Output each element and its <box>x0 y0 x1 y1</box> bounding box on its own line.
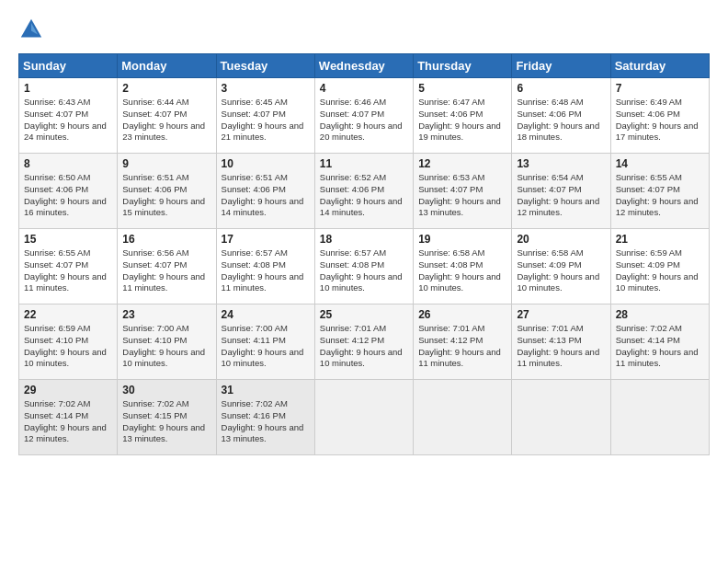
day-info: Sunrise: 6:47 AMSunset: 4:06 PMDaylight:… <box>418 97 506 144</box>
day-number: 17 <box>222 233 310 246</box>
weekday-header-friday: Friday <box>512 54 610 78</box>
calendar-cell <box>414 380 512 455</box>
calendar-cell: 25Sunrise: 7:01 AMSunset: 4:12 PMDayligh… <box>314 304 413 380</box>
day-number: 21 <box>616 233 704 246</box>
weekday-header-wednesday: Wednesday <box>314 54 413 78</box>
calendar-week-row: 29Sunrise: 7:02 AMSunset: 4:14 PMDayligh… <box>19 380 710 455</box>
day-info: Sunrise: 6:57 AMSunset: 4:08 PMDaylight:… <box>320 247 408 294</box>
calendar-cell: 28Sunrise: 7:02 AMSunset: 4:14 PMDayligh… <box>610 304 709 380</box>
day-info: Sunrise: 6:44 AMSunset: 4:07 PMDaylight:… <box>122 97 210 144</box>
weekday-header-monday: Monday <box>118 54 216 78</box>
calendar-cell: 8Sunrise: 6:50 AMSunset: 4:06 PMDaylight… <box>19 154 118 229</box>
calendar-cell: 29Sunrise: 7:02 AMSunset: 4:14 PMDayligh… <box>19 380 118 455</box>
day-info: Sunrise: 6:53 AMSunset: 4:07 PMDaylight:… <box>418 172 506 219</box>
day-info: Sunrise: 7:01 AMSunset: 4:12 PMDaylight:… <box>320 323 408 370</box>
calendar-week-row: 1Sunrise: 6:43 AMSunset: 4:07 PMDaylight… <box>19 78 710 154</box>
day-info: Sunrise: 6:51 AMSunset: 4:06 PMDaylight:… <box>122 172 210 219</box>
weekday-header-saturday: Saturday <box>610 54 709 78</box>
day-number: 25 <box>320 308 408 321</box>
calendar-cell: 2Sunrise: 6:44 AMSunset: 4:07 PMDaylight… <box>118 78 216 154</box>
calendar-cell: 19Sunrise: 6:58 AMSunset: 4:08 PMDayligh… <box>414 229 512 304</box>
calendar-cell: 17Sunrise: 6:57 AMSunset: 4:08 PMDayligh… <box>216 229 314 304</box>
day-number: 1 <box>24 82 112 95</box>
day-info: Sunrise: 7:01 AMSunset: 4:13 PMDaylight:… <box>517 323 605 370</box>
day-info: Sunrise: 7:02 AMSunset: 4:14 PMDaylight:… <box>24 398 112 445</box>
day-number: 14 <box>616 157 704 170</box>
logo <box>18 17 48 42</box>
weekday-header-thursday: Thursday <box>414 54 512 78</box>
day-number: 30 <box>122 384 210 396</box>
calendar-cell <box>314 380 413 455</box>
day-number: 22 <box>24 308 112 321</box>
calendar-cell: 22Sunrise: 6:59 AMSunset: 4:10 PMDayligh… <box>19 304 118 380</box>
day-number: 7 <box>616 82 704 95</box>
day-number: 24 <box>222 308 310 321</box>
calendar-cell: 5Sunrise: 6:47 AMSunset: 4:06 PMDaylight… <box>414 78 512 154</box>
day-info: Sunrise: 7:02 AMSunset: 4:14 PMDaylight:… <box>616 323 704 370</box>
calendar-cell: 14Sunrise: 6:55 AMSunset: 4:07 PMDayligh… <box>610 154 709 229</box>
calendar-week-row: 15Sunrise: 6:55 AMSunset: 4:07 PMDayligh… <box>19 229 710 304</box>
day-info: Sunrise: 6:59 AMSunset: 4:10 PMDaylight:… <box>24 323 112 370</box>
day-info: Sunrise: 7:00 AMSunset: 4:10 PMDaylight:… <box>122 323 210 370</box>
day-number: 15 <box>24 233 112 246</box>
day-number: 2 <box>122 82 210 95</box>
header <box>18 17 710 42</box>
calendar-cell: 15Sunrise: 6:55 AMSunset: 4:07 PMDayligh… <box>19 229 118 304</box>
calendar-cell: 20Sunrise: 6:58 AMSunset: 4:09 PMDayligh… <box>512 229 610 304</box>
calendar-cell: 11Sunrise: 6:52 AMSunset: 4:06 PMDayligh… <box>314 154 413 229</box>
day-number: 9 <box>122 157 210 170</box>
calendar-cell: 26Sunrise: 7:01 AMSunset: 4:12 PMDayligh… <box>414 304 512 380</box>
calendar-cell: 23Sunrise: 7:00 AMSunset: 4:10 PMDayligh… <box>118 304 216 380</box>
calendar-week-row: 22Sunrise: 6:59 AMSunset: 4:10 PMDayligh… <box>19 304 710 380</box>
calendar-cell: 9Sunrise: 6:51 AMSunset: 4:06 PMDaylight… <box>118 154 216 229</box>
day-info: Sunrise: 6:54 AMSunset: 4:07 PMDaylight:… <box>517 172 605 219</box>
day-info: Sunrise: 6:57 AMSunset: 4:08 PMDaylight:… <box>222 247 310 294</box>
day-number: 3 <box>222 82 310 95</box>
calendar-table: SundayMondayTuesdayWednesdayThursdayFrid… <box>18 53 710 455</box>
day-number: 27 <box>517 308 605 321</box>
calendar-cell: 6Sunrise: 6:48 AMSunset: 4:06 PMDaylight… <box>512 78 610 154</box>
day-number: 18 <box>320 233 408 246</box>
day-info: Sunrise: 6:56 AMSunset: 4:07 PMDaylight:… <box>122 247 210 294</box>
day-number: 26 <box>418 308 506 321</box>
day-number: 19 <box>418 233 506 246</box>
calendar-cell: 18Sunrise: 6:57 AMSunset: 4:08 PMDayligh… <box>314 229 413 304</box>
weekday-header-row: SundayMondayTuesdayWednesdayThursdayFrid… <box>19 54 710 78</box>
day-info: Sunrise: 6:52 AMSunset: 4:06 PMDaylight:… <box>320 172 408 219</box>
day-number: 23 <box>122 308 210 321</box>
calendar-cell: 4Sunrise: 6:46 AMSunset: 4:07 PMDaylight… <box>314 78 413 154</box>
day-number: 29 <box>24 384 112 396</box>
day-number: 13 <box>517 157 605 170</box>
calendar-cell: 3Sunrise: 6:45 AMSunset: 4:07 PMDaylight… <box>216 78 314 154</box>
weekday-header-sunday: Sunday <box>19 54 118 78</box>
day-info: Sunrise: 6:51 AMSunset: 4:06 PMDaylight:… <box>222 172 310 219</box>
calendar-cell: 10Sunrise: 6:51 AMSunset: 4:06 PMDayligh… <box>216 154 314 229</box>
day-number: 31 <box>222 384 310 396</box>
calendar-cell: 13Sunrise: 6:54 AMSunset: 4:07 PMDayligh… <box>512 154 610 229</box>
day-info: Sunrise: 7:00 AMSunset: 4:11 PMDaylight:… <box>222 323 310 370</box>
day-info: Sunrise: 6:49 AMSunset: 4:06 PMDaylight:… <box>616 97 704 144</box>
day-info: Sunrise: 6:55 AMSunset: 4:07 PMDaylight:… <box>616 172 704 219</box>
day-info: Sunrise: 6:50 AMSunset: 4:06 PMDaylight:… <box>24 172 112 219</box>
day-number: 11 <box>320 157 408 170</box>
day-number: 4 <box>320 82 408 95</box>
day-number: 16 <box>122 233 210 246</box>
day-info: Sunrise: 6:59 AMSunset: 4:09 PMDaylight:… <box>616 247 704 294</box>
calendar-cell: 7Sunrise: 6:49 AMSunset: 4:06 PMDaylight… <box>610 78 709 154</box>
calendar-cell: 1Sunrise: 6:43 AMSunset: 4:07 PMDaylight… <box>19 78 118 154</box>
calendar-cell: 24Sunrise: 7:00 AMSunset: 4:11 PMDayligh… <box>216 304 314 380</box>
calendar-week-row: 8Sunrise: 6:50 AMSunset: 4:06 PMDaylight… <box>19 154 710 229</box>
calendar-cell: 21Sunrise: 6:59 AMSunset: 4:09 PMDayligh… <box>610 229 709 304</box>
day-info: Sunrise: 6:48 AMSunset: 4:06 PMDaylight:… <box>517 97 605 144</box>
calendar-cell <box>610 380 709 455</box>
calendar-cell: 16Sunrise: 6:56 AMSunset: 4:07 PMDayligh… <box>118 229 216 304</box>
weekday-header-tuesday: Tuesday <box>216 54 314 78</box>
day-number: 12 <box>418 157 506 170</box>
day-info: Sunrise: 6:45 AMSunset: 4:07 PMDaylight:… <box>222 97 310 144</box>
day-info: Sunrise: 7:01 AMSunset: 4:12 PMDaylight:… <box>418 323 506 370</box>
day-number: 28 <box>616 308 704 321</box>
calendar-cell: 27Sunrise: 7:01 AMSunset: 4:13 PMDayligh… <box>512 304 610 380</box>
calendar-cell <box>512 380 610 455</box>
day-number: 20 <box>517 233 605 246</box>
day-info: Sunrise: 6:58 AMSunset: 4:09 PMDaylight:… <box>517 247 605 294</box>
